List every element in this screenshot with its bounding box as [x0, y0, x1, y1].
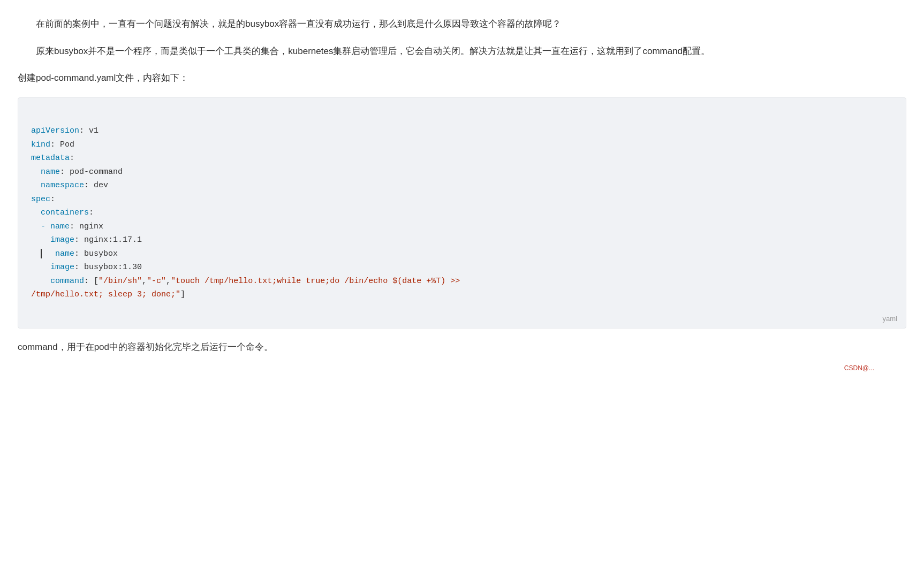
code-line-1: apiVersion: [31, 126, 79, 135]
paragraph-1: 在前面的案例中，一直有一个问题没有解决，就是的busybox容器一直没有成功运行…: [18, 16, 906, 33]
paragraph-3: 创建pod-command.yaml文件，内容如下：: [18, 70, 906, 87]
footer-text: command，用于在pod中的容器初始化完毕之后运行一个命令。: [18, 339, 906, 356]
code-label: yaml: [883, 315, 897, 323]
footer-section: command，用于在pod中的容器初始化完毕之后运行一个命令。 CSDN@..…: [18, 339, 906, 372]
code-line-11: image: [50, 263, 74, 272]
article-content: 在前面的案例中，一直有一个问题没有解决，就是的busybox容器一直没有成功运行…: [18, 11, 906, 377]
footer-label: command，用于在pod中的容器初始化完毕之后运行一个命令。: [18, 342, 273, 352]
code-line-5: namespace: [41, 181, 84, 190]
code-block: apiVersion: v1 kind: Pod metadata: name:…: [31, 111, 893, 316]
code-line-6: spec: [31, 195, 50, 204]
paragraph-2: 原来busybox并不是一个程序，而是类似于一个工具类的集合，kubernete…: [18, 43, 906, 60]
code-line-3: metadata: [31, 154, 70, 163]
code-line-9: image: [50, 235, 74, 245]
code-line-8: name: [50, 222, 70, 231]
code-line-10: name: [55, 249, 74, 258]
code-line-4: name: [41, 167, 60, 177]
code-line-2: kind: [31, 140, 50, 149]
csdn-watermark: CSDN@...: [844, 364, 874, 372]
code-block-wrapper: apiVersion: v1 kind: Pod metadata: name:…: [18, 97, 906, 329]
code-line-12: command: [50, 277, 84, 286]
paragraph-2-text: 原来busybox并不是一个程序，而是类似于一个工具类的集合，kubernete…: [36, 46, 710, 56]
code-line-7: containers: [41, 208, 89, 217]
